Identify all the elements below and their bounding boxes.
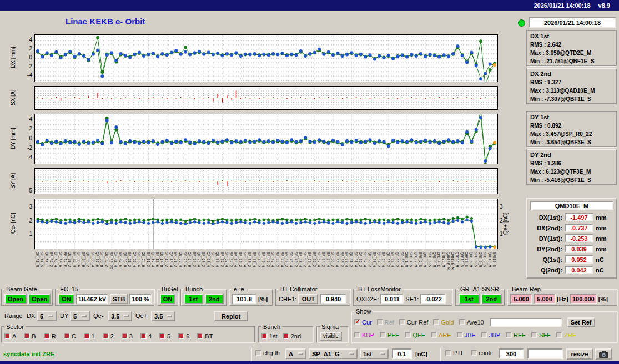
sector-toggle-r[interactable]: R — [44, 333, 56, 340]
checkbox-indicator — [405, 332, 411, 338]
y-tick-label: 2 — [19, 218, 32, 224]
y-tick-label: 1 — [19, 231, 32, 237]
show-toggle-rfe[interactable]: RFE — [506, 332, 526, 338]
beam-gate-open-1-button[interactable]: Open — [4, 294, 27, 304]
monitor-unit: mm — [596, 246, 610, 252]
count-input[interactable]: 300 — [499, 348, 524, 359]
se1-label: SE1: — [405, 296, 419, 302]
stat-title: DX 2nd — [530, 70, 613, 78]
fc15-stb-button[interactable]: STB — [110, 294, 128, 304]
sector-toggle-3[interactable]: 3 — [122, 333, 133, 340]
che1-out-button[interactable]: OUT — [298, 294, 318, 304]
monitor-unit: mm — [596, 225, 610, 231]
sector-toggle-1[interactable]: 1 — [84, 333, 95, 340]
monitor-value: 0.039 — [565, 245, 593, 253]
show-toggle-pfe[interactable]: PFE — [380, 332, 399, 338]
bunch-toggle-1st[interactable]: 1st — [261, 333, 278, 340]
fc15-on-button[interactable]: ON — [58, 294, 74, 304]
se1-value-display: -0.022 — [420, 294, 446, 304]
stat-max: Max : 6.123@QTF3E_M — [530, 168, 613, 176]
show-toggle-zre[interactable]: ZRE — [556, 332, 576, 338]
menu-indicator-icon — [48, 315, 53, 317]
show-toggle-cur-ref[interactable]: Cur-Ref — [399, 319, 429, 326]
x-axis-label: SP_38_2 — [247, 252, 251, 267]
x-axis-label: QF_28_4 — [206, 252, 210, 267]
x-axis-label: QD_30_4 — [215, 252, 219, 267]
sector-toggle-bt[interactable]: BT — [197, 333, 213, 340]
checkbox-label: Ref — [385, 319, 394, 326]
snapshot-button[interactable] — [595, 348, 612, 360]
monitor-unit: mm — [596, 214, 610, 221]
checkbox-indicator — [4, 333, 11, 339]
blank-input[interactable] — [527, 348, 563, 359]
gr-a1-1st-button[interactable]: 1st — [459, 294, 480, 304]
show-toggle-kbp[interactable]: KBP — [354, 332, 374, 338]
checkbox-label: ZRE — [564, 332, 576, 338]
show-toggle-jbp[interactable]: JBP — [481, 332, 500, 338]
threshold-input[interactable]: 0.1 — [392, 348, 412, 359]
sector-toggle-4[interactable]: 4 — [140, 333, 152, 340]
monitor-value: 0.052 — [565, 255, 593, 264]
busel-on-button[interactable]: ON — [160, 294, 175, 304]
show-toggle-gold[interactable]: Gold — [433, 319, 454, 326]
show-toggle-are[interactable]: ARE — [431, 332, 451, 338]
ph-checkbox[interactable]: P.H — [445, 350, 462, 356]
sigma-visible-button[interactable]: visible — [320, 332, 342, 341]
gr-a1-2nd-button[interactable]: 2nd — [481, 294, 502, 304]
magnet-monitor-panel: QMD10E_M DX(1st): -1.497 mm DX(2nd): -0.… — [526, 198, 617, 279]
checkbox-indicator — [178, 333, 184, 339]
chart-dx — [34, 34, 498, 82]
y-axis-label: DY [mm] — [9, 114, 17, 163]
x-axis-label: QF_24_8 — [187, 252, 192, 267]
show-toggle-qfe[interactable]: QFE — [405, 332, 425, 338]
sector-select[interactable]: A — [285, 348, 306, 359]
range-qem-select[interactable]: 3.5 — [108, 311, 132, 321]
x-axis-label: SP_44_2 — [275, 252, 279, 267]
checkbox-indicator — [197, 333, 203, 339]
x-axis-label: SP_56_4 — [335, 252, 339, 267]
show-toggle-ave10[interactable]: Ave10 — [459, 319, 484, 326]
sector-toggle-2[interactable]: 2 — [103, 333, 114, 340]
ref-name-input[interactable] — [490, 318, 562, 327]
beam-rep-pct-unit: [%] — [598, 296, 608, 302]
sector-toggle-b[interactable]: B — [24, 333, 36, 340]
bunch-top-title: Bunch — [184, 285, 204, 293]
group-select[interactable]: SP_A1_G — [309, 348, 358, 359]
set-ref-button[interactable]: Set Ref — [567, 317, 595, 327]
checkbox-label: ARE — [439, 332, 451, 338]
sector-toggle-c[interactable]: C — [64, 333, 76, 340]
conti-checkbox[interactable]: conti — [471, 350, 491, 356]
range-dx-select[interactable]: 5 — [37, 311, 57, 321]
replot-button[interactable]: Replot — [214, 311, 248, 321]
chg-th-checkbox[interactable]: chg th — [255, 350, 280, 356]
range-qep-select[interactable]: 3.5 — [151, 311, 175, 321]
stat-max: Max : 3.113@QAD10E_M — [530, 87, 613, 95]
sector-toggle-6[interactable]: 6 — [178, 333, 189, 340]
beam-rep-value-1: 5.000 — [510, 294, 532, 304]
qxd2e-label: QXD2E: — [356, 296, 379, 302]
beam-gate-open-2-button[interactable]: Open — [28, 294, 51, 304]
sector-toggle-a[interactable]: A — [4, 333, 16, 340]
show-toggle-jbe[interactable]: JBE — [457, 332, 476, 338]
y-tick-label: 4 — [19, 116, 32, 122]
bunch-select[interactable]: 1st — [360, 348, 389, 359]
checkbox-label: 5 — [167, 333, 170, 340]
x-axis-label: SP_21_2 — [173, 252, 178, 267]
sigma-group: Sigma visible — [316, 326, 349, 343]
checkbox-label: B — [32, 333, 36, 340]
resize-button[interactable]: resize — [566, 348, 593, 360]
range-dy-select[interactable]: 5 — [70, 311, 90, 321]
show-toggle-cur[interactable]: Cur — [354, 319, 372, 326]
x-axis-label: SP_48_2 — [294, 252, 298, 267]
x-axis-label: QD_B5_2 — [85, 252, 90, 267]
checkbox-indicator — [457, 332, 463, 338]
bt-lossmonitor-group: BT LossMonitor QXD2E: 0.011 SE1: -0.022 — [353, 289, 453, 306]
show-toggle-sfe[interactable]: SFE — [531, 332, 551, 338]
bunch-toggle-2nd[interactable]: 2nd — [283, 333, 301, 340]
page-title: Linac KEKB e- Orbit — [66, 17, 145, 26]
show-toggle-ref[interactable]: Ref — [377, 319, 394, 326]
bunch-1st-button[interactable]: 1st — [184, 294, 203, 304]
sector-toggle-5[interactable]: 5 — [159, 333, 170, 340]
bunch-2nd-button[interactable]: 2nd — [205, 294, 224, 304]
window-titlebar[interactable]: 2026/01/21 14:00:18 v8.9 — [0, 0, 619, 11]
